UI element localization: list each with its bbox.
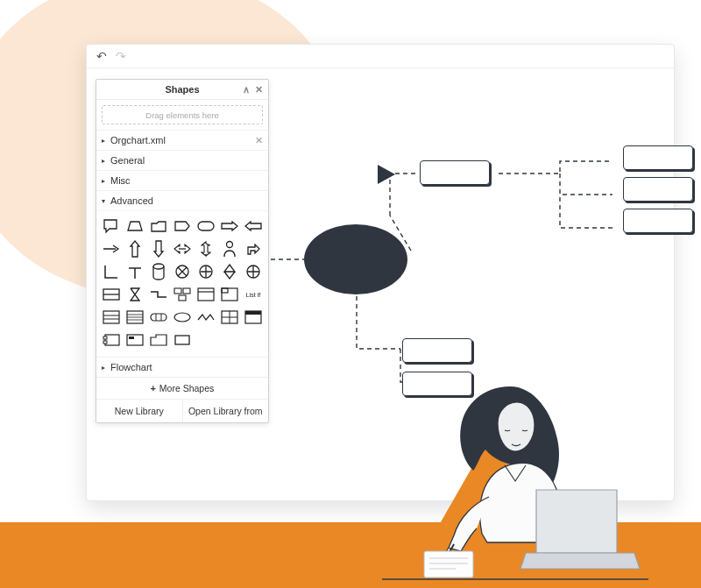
svg-rect-13: [103, 311, 119, 323]
svg-rect-24: [129, 337, 134, 339]
svg-rect-10: [198, 288, 214, 301]
diagram-arrowhead[interactable]: [376, 163, 399, 186]
background-strip: [0, 522, 701, 588]
category-label: Misc: [110, 175, 131, 186]
shape-window-icon[interactable]: [195, 285, 216, 304]
shape-split-h-icon[interactable]: [101, 285, 122, 304]
shape-arrow-left-icon[interactable]: [243, 216, 264, 236]
canvas[interactable]: Shapes ∧ ✕ Drag elements here ▸ Orgchart…: [87, 68, 674, 500]
shape-box-icon[interactable]: [172, 330, 193, 350]
library-buttons: New Library Open Library from: [96, 399, 268, 422]
shape-hourglass-icon[interactable]: [124, 285, 145, 304]
collapse-icon[interactable]: ∧: [243, 84, 250, 96]
diagram-app-window: ↶ ↷ Shapes ∧ ✕ Drag elements here ▸ Orgc…: [86, 44, 675, 501]
shape-zigzag-icon[interactable]: [195, 308, 216, 327]
shape-circle-cross-icon[interactable]: [243, 262, 264, 281]
svg-rect-22: [103, 341, 107, 344]
shape-arrow-double-v-icon[interactable]: [195, 239, 216, 259]
shape-tabcard-icon[interactable]: [148, 330, 169, 350]
shape-circle-plus-icon[interactable]: [195, 262, 216, 281]
chevron-down-icon: ▾: [102, 197, 110, 205]
shape-tee-icon[interactable]: [124, 262, 145, 281]
shape-arrow-thin-right-icon[interactable]: [101, 239, 122, 259]
scratchpad-dropzone[interactable]: Drag elements here: [102, 105, 263, 124]
svg-rect-8: [183, 288, 190, 294]
shape-callout-icon[interactable]: [101, 216, 122, 236]
chevron-right-icon: ▸: [102, 364, 110, 372]
shape-swimlane-icon[interactable]: [219, 308, 240, 327]
shape-step-icon[interactable]: [148, 285, 169, 304]
category-misc[interactable]: ▸ Misc: [96, 170, 268, 190]
new-library-button[interactable]: New Library: [96, 400, 182, 422]
svg-rect-21: [103, 337, 107, 339]
svg-rect-0: [198, 222, 214, 230]
plus-icon: +: [151, 383, 156, 393]
diagram-node[interactable]: [623, 145, 693, 170]
shape-list-alt-icon[interactable]: [124, 308, 145, 327]
shape-grid-advanced: List if: [96, 210, 268, 357]
close-icon[interactable]: ✕: [255, 84, 263, 96]
undo-button[interactable]: ↶: [92, 47, 111, 65]
chevron-right-icon: ▸: [102, 177, 110, 185]
shape-listif-icon[interactable]: List if: [243, 285, 264, 304]
diagram-node[interactable]: [623, 209, 693, 233]
shape-circle-x-icon[interactable]: [172, 262, 193, 281]
shape-arrow-up-icon[interactable]: [124, 239, 145, 259]
shape-cylinder-icon[interactable]: [148, 262, 169, 281]
shape-header-box-icon[interactable]: [243, 308, 264, 327]
category-advanced[interactable]: ▾ Advanced: [96, 190, 268, 210]
svg-point-2: [153, 264, 164, 269]
diagram-node[interactable]: [402, 338, 472, 363]
category-flowchart[interactable]: ▸ Flowchart: [96, 357, 268, 377]
category-general[interactable]: ▸ General: [96, 150, 268, 170]
svg-point-1: [227, 242, 233, 248]
shape-card-icon[interactable]: [124, 330, 145, 350]
svg-rect-15: [151, 314, 166, 321]
shape-module-icon[interactable]: [101, 330, 122, 350]
shape-corner-box-icon[interactable]: [219, 285, 240, 304]
diagram-node[interactable]: [623, 177, 693, 202]
category-label: General: [110, 155, 145, 166]
shape-sort-icon[interactable]: [219, 262, 240, 281]
shape-3box-icon[interactable]: [172, 285, 193, 304]
svg-rect-23: [127, 335, 143, 345]
svg-rect-7: [174, 288, 181, 294]
diagram-ellipse-node[interactable]: [304, 224, 407, 294]
shape-arrow-double-h-icon[interactable]: [172, 239, 193, 259]
shape-arrow-right-icon[interactable]: [219, 216, 240, 236]
more-shapes-label: More Shapes: [159, 383, 214, 393]
category-label: Orgchart.xml: [110, 135, 166, 145]
shape-trapezoid-icon[interactable]: [124, 216, 145, 236]
category-label: Advanced: [110, 195, 153, 206]
svg-rect-11: [222, 288, 237, 301]
shape-pill-icon[interactable]: [195, 216, 216, 236]
shape-pill-bar-icon[interactable]: [148, 308, 169, 327]
svg-rect-19: [245, 311, 261, 315]
shape-arrow-down-icon[interactable]: [148, 239, 169, 259]
shape-ellipse-outline-icon[interactable]: [172, 308, 193, 327]
svg-rect-12: [222, 288, 228, 293]
shapes-panel-title: Shapes: [165, 84, 199, 95]
diagram-node-stack: [623, 145, 693, 233]
open-library-button[interactable]: Open Library from: [182, 400, 269, 422]
svg-rect-9: [179, 295, 186, 301]
category-label: Flowchart: [110, 362, 152, 372]
shape-arrow-bent-icon[interactable]: [243, 239, 264, 259]
redo-button[interactable]: ↷: [111, 47, 131, 65]
shape-corner-icon[interactable]: [101, 262, 122, 281]
more-shapes-button[interactable]: + More Shapes: [96, 377, 268, 399]
chevron-right-icon: ▸: [102, 157, 110, 165]
diagram-node[interactable]: [420, 160, 490, 185]
remove-library-icon[interactable]: ✕: [255, 135, 263, 146]
category-orgchart[interactable]: ▸ Orgchart.xml ✕: [96, 130, 268, 150]
svg-rect-25: [175, 336, 189, 344]
shapes-panel: Shapes ∧ ✕ Drag elements here ▸ Orgchart…: [96, 79, 269, 423]
shape-folder-icon[interactable]: [148, 216, 169, 236]
diagram-node[interactable]: [402, 372, 472, 396]
shape-tag-icon[interactable]: [172, 216, 193, 236]
shape-list-icon[interactable]: [101, 308, 122, 327]
svg-point-16: [174, 313, 190, 322]
chevron-right-icon: ▸: [102, 137, 110, 145]
shape-user-icon[interactable]: [219, 239, 240, 259]
shapes-panel-header[interactable]: Shapes ∧ ✕: [96, 80, 268, 100]
